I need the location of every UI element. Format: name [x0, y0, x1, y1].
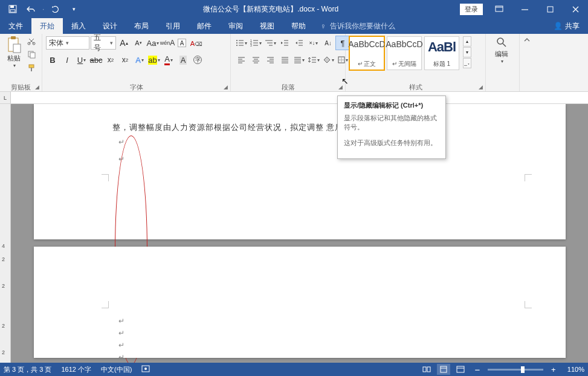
enclose-char-button[interactable]: 字 — [191, 53, 204, 66]
numbering-button[interactable]: 123▾ — [249, 36, 262, 50]
editing-button[interactable]: 编辑 ▾ — [489, 35, 514, 69]
align-left-button[interactable] — [234, 53, 248, 66]
collapse-ribbon[interactable] — [520, 34, 534, 91]
svg-rect-71 — [427, 367, 430, 372]
tab-file[interactable]: 文件 — [0, 18, 31, 34]
undo-button[interactable] — [23, 2, 39, 16]
tab-home[interactable]: 开始 — [31, 18, 63, 34]
svg-point-69 — [144, 368, 147, 370]
align-distributed-button[interactable]: ▾ — [292, 53, 306, 66]
tab-view[interactable]: 视图 — [251, 18, 283, 34]
font-color-button[interactable]: A▾ — [162, 53, 175, 66]
paste-button[interactable]: 粘贴 ▾ — [4, 35, 24, 69]
tab-design[interactable]: 设计 — [94, 18, 126, 34]
styles-more[interactable]: ⎯▾ — [463, 58, 471, 68]
line-spacing-button[interactable]: ▾ — [307, 53, 320, 66]
print-layout-button[interactable] — [437, 364, 450, 375]
change-case-button[interactable]: Aa▾ — [146, 36, 160, 50]
italic-button[interactable]: I — [60, 53, 74, 66]
shrink-font-button[interactable]: A▾ — [132, 36, 145, 50]
align-justify-button[interactable] — [278, 53, 291, 66]
redo-button[interactable] — [48, 2, 63, 16]
login-button[interactable]: 登录 — [460, 4, 483, 15]
subscript-button[interactable]: x2 — [104, 53, 117, 66]
style-nospacing[interactable]: AaBbCcD ↵ 无间隔 — [387, 36, 422, 70]
word-count[interactable]: 1612 个字 — [61, 365, 91, 374]
tab-selector[interactable]: L — [0, 92, 11, 103]
phonetic-button[interactable]: wénA — [161, 36, 174, 50]
paragraph-mark-icon: ↵ — [118, 329, 124, 337]
language-indicator[interactable]: 中文(中国) — [101, 365, 132, 374]
char-border-button[interactable]: A — [175, 36, 189, 50]
multilevel-list-button[interactable]: ▾ — [263, 36, 277, 50]
text-effects-button[interactable]: A▾ — [133, 53, 146, 66]
macro-indicator[interactable] — [141, 365, 150, 374]
tell-me[interactable]: ♀告诉我你想要做什么 — [314, 18, 401, 34]
format-painter-button[interactable] — [25, 62, 37, 74]
underline-button[interactable]: U▾ — [75, 53, 88, 66]
page[interactable]: 整，调整幅度由人力资源部根据公司经营状况，拟定调整 意后执行↵ ↵ ↵ — [34, 104, 566, 239]
strikethrough-button[interactable]: abc — [89, 53, 103, 66]
font-name-combo[interactable]: 宋体▾ — [46, 36, 89, 50]
grow-font-button[interactable]: A▴ — [117, 36, 131, 50]
paragraph-launcher[interactable]: ◢ — [337, 83, 344, 91]
svg-point-65 — [497, 38, 503, 44]
zoom-out-button[interactable]: − — [471, 364, 484, 375]
char-shading-button[interactable]: A — [176, 53, 190, 66]
tab-help[interactable]: 帮助 — [283, 18, 314, 34]
svg-point-20 — [236, 42, 237, 44]
close-button[interactable] — [563, 0, 588, 18]
align-right-button[interactable] — [263, 53, 277, 66]
font-size-combo[interactable]: 五号▾ — [91, 36, 116, 50]
ribbon-options-button[interactable] — [486, 0, 512, 18]
minimize-button[interactable] — [512, 0, 537, 18]
shading-button[interactable]: ▾ — [321, 53, 335, 66]
font-launcher[interactable]: ◢ — [222, 83, 229, 91]
zoom-slider[interactable] — [488, 369, 543, 371]
svg-text:3: 3 — [250, 44, 252, 47]
asian-layout-button[interactable]: ×↓▾ — [307, 36, 320, 50]
cut-button[interactable] — [25, 35, 37, 47]
tab-insert[interactable]: 插入 — [63, 18, 94, 34]
maximize-button[interactable] — [537, 0, 563, 18]
qat-customize[interactable]: ▾ — [66, 2, 82, 16]
sort-button[interactable]: A↓ — [321, 36, 335, 50]
document-area: 422224 整，调整幅度由人力资源部根据公司经营状况，拟定调整 意后执行↵ ↵… — [0, 104, 588, 363]
copy-button[interactable] — [25, 48, 37, 60]
styles-up[interactable]: ▴ — [463, 36, 471, 47]
body-text[interactable]: 整，调整幅度由人力资源部根据公司经营状况，拟定调整 意后执行↵ ↵ ↵ — [112, 122, 529, 163]
clear-formatting-button[interactable]: A⌫ — [190, 36, 203, 50]
style-normal[interactable]: AaBbCcD ↵ 正文 — [349, 36, 384, 70]
clipboard-launcher[interactable]: ◢ — [33, 83, 40, 91]
tab-layout[interactable]: 布局 — [126, 18, 157, 34]
tab-review[interactable]: 审阅 — [220, 18, 251, 34]
zoom-level[interactable]: 110% — [567, 366, 584, 373]
bullets-button[interactable]: ▾ — [234, 36, 248, 50]
highlight-button[interactable]: ab▾ — [147, 53, 161, 66]
tab-mailings[interactable]: 邮件 — [189, 18, 220, 34]
style-heading1[interactable]: AaBl 标题 1 — [424, 36, 459, 70]
share-button[interactable]: 👤共享 — [545, 18, 588, 34]
paragraph-mark-icon: ↵ — [118, 341, 124, 349]
vertical-ruler[interactable]: 422224 — [0, 104, 11, 363]
group-editing: 编辑 ▾ — [486, 34, 520, 91]
zoom-in-button[interactable]: + — [547, 364, 560, 375]
save-button[interactable] — [5, 2, 21, 16]
tab-references[interactable]: 引用 — [157, 18, 189, 34]
decrease-indent-button[interactable] — [278, 36, 291, 50]
svg-rect-1 — [10, 5, 14, 8]
align-center-button[interactable] — [249, 53, 262, 66]
styles-down[interactable]: ▾ — [463, 47, 471, 57]
page[interactable]: ↵ ↵ ↵ ↵ — [34, 247, 566, 358]
read-mode-button[interactable] — [420, 364, 433, 375]
superscript-button[interactable]: x2 — [118, 53, 132, 66]
svg-rect-3 — [496, 6, 503, 11]
document-scroll[interactable]: 整，调整幅度由人力资源部根据公司经营状况，拟定调整 意后执行↵ ↵ ↵ ↵ ↵ … — [11, 104, 588, 363]
page-indicator[interactable]: 第 3 页，共 3 页 — [4, 365, 51, 374]
web-layout-button[interactable] — [454, 364, 467, 375]
bold-button[interactable]: B — [46, 53, 59, 66]
styles-launcher[interactable]: ◢ — [477, 83, 484, 91]
horizontal-ruler[interactable]: L 86422468101214161820222426283032343638… — [0, 92, 588, 104]
increase-indent-button[interactable] — [292, 36, 306, 50]
svg-rect-17 — [31, 68, 32, 71]
